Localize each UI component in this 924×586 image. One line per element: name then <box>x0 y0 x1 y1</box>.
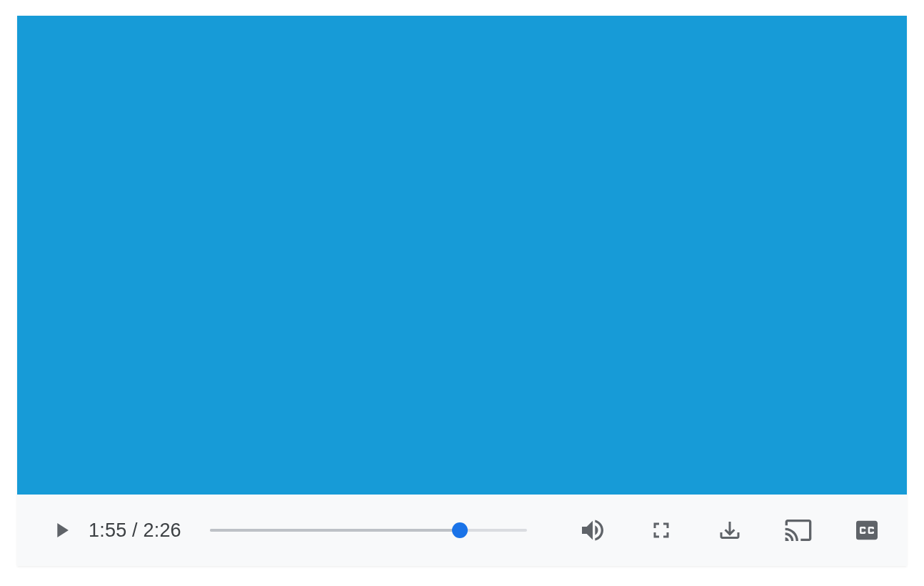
seek-track <box>210 529 527 532</box>
right-controls <box>576 513 884 547</box>
time-separator: / <box>126 520 143 541</box>
video-player: 1:55 / 2:26 <box>17 16 907 566</box>
download-icon <box>717 517 743 543</box>
current-time: 1:55 <box>89 520 126 541</box>
volume-icon <box>578 516 607 545</box>
cast-icon <box>784 516 813 545</box>
fullscreen-icon <box>648 517 674 543</box>
duration: 2:26 <box>143 520 181 541</box>
download-button[interactable] <box>713 513 747 547</box>
time-display: 1:55 / 2:26 <box>89 520 181 542</box>
video-canvas[interactable] <box>17 16 907 495</box>
player-controls: 1:55 / 2:26 <box>17 495 907 566</box>
cast-button[interactable] <box>781 513 815 547</box>
seek-bar[interactable] <box>210 513 527 547</box>
play-button[interactable] <box>44 513 79 547</box>
volume-button[interactable] <box>576 513 610 547</box>
seek-fill <box>210 529 460 532</box>
seek-thumb[interactable] <box>452 522 468 538</box>
captions-button[interactable] <box>850 513 884 547</box>
fullscreen-button[interactable] <box>644 513 678 547</box>
closed-captions-icon <box>853 516 881 545</box>
play-icon <box>49 518 74 542</box>
